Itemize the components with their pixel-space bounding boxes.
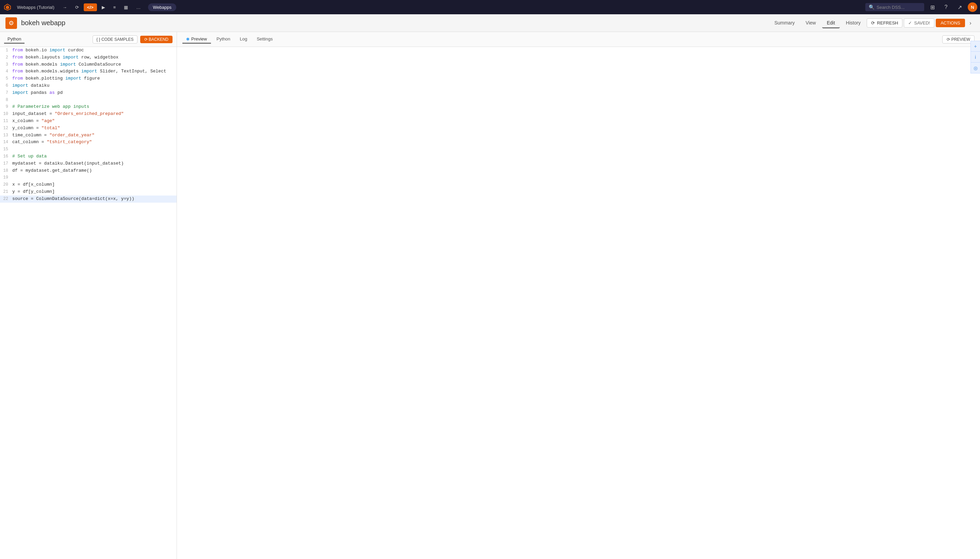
nav-grid-icon-btn[interactable]: ⊞ [927,2,938,13]
nav-edit[interactable]: Edit [822,18,840,28]
svg-marker-1 [6,5,9,9]
code-line-21[interactable]: 21y = df[y_column] [0,189,177,195]
settings-gear-btn[interactable]: ⚙ [5,17,17,29]
code-editor-panel: Python { } CODE SAMPLES ⟳ BACKEND 1from … [0,32,177,559]
code-line-22[interactable]: 22source = ColumnDataSource(data=dict(x=… [0,195,177,203]
side-info-icon[interactable]: i [970,52,980,63]
user-avatar[interactable]: N [968,2,977,12]
nav-history[interactable]: History [841,18,866,28]
nav-summary[interactable]: Summary [770,18,800,28]
nav-run-btn[interactable]: ▶ [98,3,109,11]
search-input[interactable] [877,5,921,10]
code-line-11[interactable]: 11x_column = "age" [0,117,177,125]
preview-toolbar: Preview Python Log Settings ⟳ PREVIEW [177,32,980,47]
code-line-18[interactable]: 18df = mydataset.get_dataframe() [0,167,177,174]
saved-check-icon: ✓ [908,20,912,25]
tab-python-right[interactable]: Python [212,35,234,43]
code-line-15[interactable]: 15 [0,146,177,153]
nav-code-btn[interactable]: </> [84,3,97,11]
side-circle-icon[interactable]: ◎ [970,63,980,73]
code-line-12[interactable]: 12y_column = "total" [0,125,177,132]
nav-menu-icon: ≡ [113,5,116,10]
code-line-6[interactable]: 6import dataiku [0,82,177,89]
search-icon: 🔍 [869,5,874,10]
nav-arrow-btn[interactable]: → [59,3,70,11]
nav-more-btn[interactable]: … [133,3,144,11]
nav-refresh-btn[interactable]: ⟳ [72,3,82,11]
code-line-17[interactable]: 17mydataset = dataiku.Dataset(input_data… [0,160,177,167]
right-side-panel: + i ◎ [970,41,980,73]
code-line-10[interactable]: 10input_dataset = "Orders_enriched_prepa… [0,111,177,117]
nav-menu-btn[interactable]: ≡ [110,3,119,11]
nav-arrow-icon: → [63,5,67,10]
project-label: Webapps (Tutorial) [17,5,55,10]
nav-grid-small-btn[interactable]: ▦ [121,3,131,11]
main-toolbar: ⚙ bokeh webapp Summary View Edit History… [0,14,980,32]
tab-preview[interactable]: Preview [182,35,211,43]
grid-icon: ⊞ [930,4,935,10]
code-line-14[interactable]: 14cat_column = "tshirt_category" [0,139,177,146]
code-line-5[interactable]: 5from bokeh.plotting import figure [0,75,177,82]
nav-analytics-btn[interactable]: ↗ [954,2,965,13]
preview-panel: Preview Python Log Settings ⟳ PREVIEW [177,32,980,559]
nav-help-btn[interactable]: ? [940,2,952,13]
gear-icon: ⚙ [8,19,14,27]
search-box[interactable]: 🔍 [865,3,924,11]
nav-right-section: 🔍 ⊞ ? ↗ N [865,2,977,13]
tab-python[interactable]: Python [4,35,25,43]
code-line-19[interactable]: 19 [0,174,177,181]
nav-run-icon: ▶ [102,5,105,10]
main-layout: Python { } CODE SAMPLES ⟳ BACKEND 1from … [0,32,980,559]
code-line-2[interactable]: 2from bokeh.layouts import row, widgetbo… [0,54,177,61]
code-line-3[interactable]: 3from bokeh.models import ColumnDataSour… [0,61,177,68]
nav-refresh-icon: ⟳ [75,5,79,10]
chevron-right-icon: › [970,20,971,26]
tab-log[interactable]: Log [236,35,252,43]
code-line-16[interactable]: 16# Set up data [0,153,177,160]
side-add-icon[interactable]: + [970,41,980,52]
tab-settings[interactable]: Settings [252,35,277,43]
code-line-13[interactable]: 13time_column = "order_date_year" [0,132,177,139]
backend-button[interactable]: ⟳ BACKEND [140,36,172,43]
page-title: bokeh webapp [21,19,65,27]
analytics-icon: ↗ [958,4,962,10]
refresh-icon: ⟳ [871,20,875,25]
code-line-7[interactable]: 7import pandas as pd [0,89,177,97]
nav-webapps-tab[interactable]: Webapps [148,3,176,11]
preview-content-area [177,47,980,559]
toolbar-right: Summary View Edit History ⟳ REFRESH ✓ SA… [770,18,975,28]
code-samples-button[interactable]: { } CODE SAMPLES [93,35,137,43]
refresh-button[interactable]: ⟳ REFRESH [867,18,902,28]
nav-more-icon: … [136,5,141,10]
actions-button[interactable]: ACTIONS [936,19,965,27]
nav-view[interactable]: View [801,18,821,28]
preview-dot-icon [186,38,189,40]
code-line-1[interactable]: 1from bokeh.io import curdoc [0,47,177,54]
preview-button[interactable]: ⟳ PREVIEW [942,35,975,43]
app-logo[interactable] [3,2,12,12]
code-line-20[interactable]: 20x = df[x_column] [0,181,177,189]
code-line-4[interactable]: 4from bokeh.models.widgets import Slider… [0,68,177,75]
code-line-8[interactable]: 8 [0,97,177,104]
nav-code-icon: </> [87,5,94,10]
code-line-9[interactable]: 9# Parameterize web app inputs [0,103,177,111]
nav-project-title[interactable]: Webapps (Tutorial) [13,3,58,11]
saved-button[interactable]: ✓ SAVED! [904,18,934,28]
top-nav: Webapps (Tutorial) → ⟳ </> ▶ ≡ ▦ … Webap… [0,0,980,14]
code-editor[interactable]: 1from bokeh.io import curdoc2from bokeh.… [0,47,177,559]
toolbar-right-arrow[interactable]: › [967,19,975,27]
nav-grid-small-icon: ▦ [124,5,128,10]
help-icon: ? [945,4,948,10]
code-toolbar: Python { } CODE SAMPLES ⟳ BACKEND [0,32,177,47]
